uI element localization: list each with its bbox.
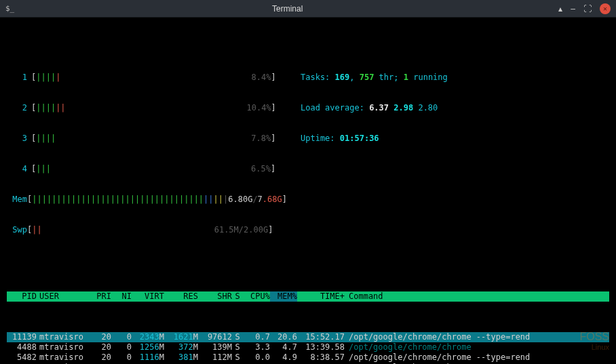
process-row[interactable]: 11139mtravisro2002343M1621M97612S0.720.6… [7, 332, 609, 342]
cpu2-pct: 10.4% [66, 103, 271, 113]
window-titlebar: $_ Terminal ▴ – ⛶ ✕ [0, 0, 616, 18]
cpu4-label: 4 [7, 164, 27, 174]
col-mem[interactable]: MEM% [270, 291, 297, 302]
window-title: Terminal [16, 4, 558, 14]
cpu2-label: 2 [7, 103, 27, 113]
keep-above-icon[interactable]: ▴ [558, 4, 562, 14]
app-icon: $_ [5, 4, 16, 13]
cpu3-pct: 7.8% [56, 134, 271, 144]
cpu3-label: 3 [7, 134, 27, 144]
col-user[interactable]: USER [37, 291, 90, 302]
process-row[interactable]: 5482mtravisro2001116M381M112MS0.04.98:38… [7, 352, 609, 363]
process-table-header[interactable]: PID USER PRI NI VIRT RES SHR S CPU% MEM%… [7, 291, 609, 302]
minimize-button[interactable]: – [571, 4, 575, 14]
tasks-line: Tasks: 169, 757 thr; 1 running [301, 73, 448, 83]
mem-meter: Mem[||||||||||||||||||||||||||||||||||||… [7, 195, 287, 205]
col-pid[interactable]: PID [7, 291, 37, 302]
loadavg-line: Load average: 6.37 2.98 2.80 [301, 103, 448, 113]
swap-meter: Swp[||61.5M/2.00G] [7, 225, 287, 235]
col-cpu[interactable]: CPU% [243, 291, 270, 302]
cpu1-pct: 8.4% [60, 73, 271, 83]
cpu-meters: 1[|||||8.4%] 2[||||||10.4%] 3[||||7.8%] … [7, 52, 287, 256]
col-ni[interactable]: NI [111, 291, 132, 302]
uptime-line: Uptime: 01:57:36 [301, 134, 448, 144]
maximize-button[interactable]: ⛶ [583, 4, 592, 14]
cpu4-pct: 6.5% [51, 164, 271, 174]
process-row[interactable]: 4488mtravisro2001256M372M139MS3.34.713:3… [7, 342, 609, 352]
col-cmd[interactable]: Command [345, 291, 609, 302]
process-table-body[interactable]: 11139mtravisro2002343M1621M97612S0.720.6… [7, 332, 609, 364]
col-virt[interactable]: VIRT [132, 291, 164, 302]
col-shr[interactable]: SHR [198, 291, 232, 302]
close-button[interactable]: ✕ [600, 3, 611, 14]
cpu1-label: 1 [7, 73, 27, 83]
terminal-viewport[interactable]: 1[|||||8.4%] 2[||||||10.4%] 3[||||7.8%] … [0, 18, 616, 364]
col-s[interactable]: S [232, 291, 243, 302]
col-pri[interactable]: PRI [90, 291, 111, 302]
col-res[interactable]: RES [164, 291, 198, 302]
col-time[interactable]: TIME+ [297, 291, 345, 302]
